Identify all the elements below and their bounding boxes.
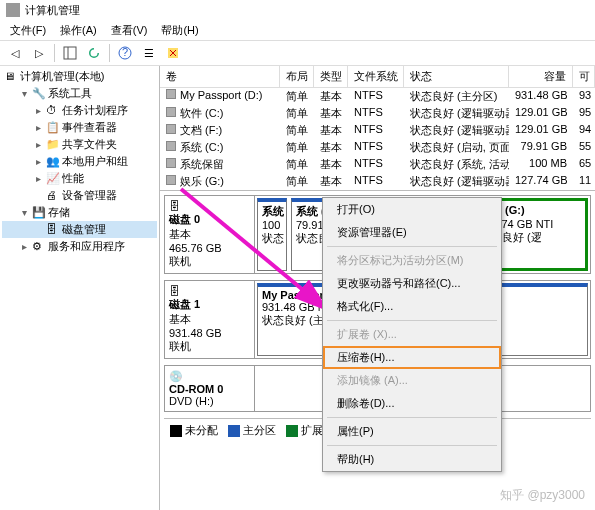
app-icon	[6, 3, 20, 17]
volume-row[interactable]: 系统保留简单基本NTFS状态良好 (系统, 活动, 主分区)100 MB65	[160, 156, 595, 173]
ctx-delete[interactable]: 删除卷(D)...	[323, 392, 501, 415]
volume-row[interactable]: 文档 (F:)简单基本NTFS状态良好 (逻辑驱动器)129.01 GB94	[160, 122, 595, 139]
nav-tree[interactable]: 🖥计算机管理(本地) ▾🔧系统工具 ▸⏱任务计划程序 ▸📋事件查看器 ▸📁共享文…	[0, 66, 160, 510]
volume-row[interactable]: My Passport (D:)简单基本NTFS状态良好 (主分区)931.48…	[160, 88, 595, 105]
window-title: 计算机管理	[25, 3, 80, 18]
cancel-icon[interactable]	[162, 43, 184, 63]
ctx-chgdrive[interactable]: 更改驱动器号和路径(C)...	[323, 272, 501, 295]
svg-rect-0	[64, 47, 76, 59]
tree-storage[interactable]: ▾💾存储	[2, 204, 157, 221]
ctx-markactive: 将分区标记为活动分区(M)	[323, 249, 501, 272]
cdrom-label: 💿 CD-ROM 0 DVD (H:)	[165, 366, 255, 411]
forward-icon[interactable]: ▷	[28, 43, 50, 63]
tree-users[interactable]: ▸👥本地用户和组	[2, 153, 157, 170]
refresh-icon[interactable]	[83, 43, 105, 63]
col-layout[interactable]: 布局	[280, 66, 314, 87]
ctx-shrink[interactable]: 压缩卷(H)...	[323, 346, 501, 369]
svg-line-7	[181, 189, 326, 309]
tree-svcapps[interactable]: ▸⚙服务和应用程序	[2, 238, 157, 255]
annotation-arrow	[176, 184, 346, 324]
watermark: 知乎 @pzy3000	[500, 487, 585, 504]
tree-devmgr[interactable]: 🖨设备管理器	[2, 187, 157, 204]
ctx-format[interactable]: 格式化(F)...	[323, 295, 501, 318]
menu-view[interactable]: 查看(V)	[105, 21, 154, 40]
col-fs[interactable]: 文件系统	[348, 66, 404, 87]
pane-icon[interactable]	[59, 43, 81, 63]
volume-list[interactable]: 卷 布局 类型 文件系统 状态 容量 可 My Passport (D:)简单基…	[160, 66, 595, 191]
volume-row[interactable]: 系统 (C:)简单基本NTFS状态良好 (启动, 页面文件, 故障转储, 主分区…	[160, 139, 595, 156]
tree-perf[interactable]: ▸📈性能	[2, 170, 157, 187]
col-volume[interactable]: 卷	[160, 66, 280, 87]
back-icon[interactable]: ◁	[4, 43, 26, 63]
col-cap[interactable]: 容量	[509, 66, 573, 87]
menubar: 文件(F) 操作(A) 查看(V) 帮助(H)	[0, 20, 595, 40]
tree-eventv[interactable]: ▸📋事件查看器	[2, 119, 157, 136]
col-avail[interactable]: 可	[573, 66, 595, 87]
ctx-mirror: 添加镜像 (A)...	[323, 369, 501, 392]
ctx-help[interactable]: 帮助(H)	[323, 448, 501, 471]
menu-file[interactable]: 文件(F)	[4, 21, 52, 40]
ctx-extend: 扩展卷 (X)...	[323, 323, 501, 346]
tree-diskmgmt[interactable]: 🗄磁盘管理	[2, 221, 157, 238]
menu-action[interactable]: 操作(A)	[54, 21, 103, 40]
menu-help[interactable]: 帮助(H)	[155, 21, 204, 40]
toolbar: ◁ ▷ ? ☰	[0, 40, 595, 66]
context-menu: 打开(O) 资源管理器(E) 将分区标记为活动分区(M) 更改驱动器号和路径(C…	[322, 197, 502, 472]
list-icon[interactable]: ☰	[138, 43, 160, 63]
col-status[interactable]: 状态	[404, 66, 509, 87]
tree-sched[interactable]: ▸⏱任务计划程序	[2, 102, 157, 119]
ctx-open[interactable]: 打开(O)	[323, 198, 501, 221]
tree-systools[interactable]: ▾🔧系统工具	[2, 85, 157, 102]
svg-text:?: ?	[122, 46, 128, 58]
tree-shared[interactable]: ▸📁共享文件夹	[2, 136, 157, 153]
ctx-prop[interactable]: 属性(P)	[323, 420, 501, 443]
help-icon[interactable]: ?	[114, 43, 136, 63]
titlebar: 计算机管理	[0, 0, 595, 20]
volume-list-header[interactable]: 卷 布局 类型 文件系统 状态 容量 可	[160, 66, 595, 88]
col-type[interactable]: 类型	[314, 66, 348, 87]
ctx-explorer[interactable]: 资源管理器(E)	[323, 221, 501, 244]
volume-row[interactable]: 软件 (C:)简单基本NTFS状态良好 (逻辑驱动器)129.01 GB95	[160, 105, 595, 122]
tree-root[interactable]: 🖥计算机管理(本地)	[2, 68, 157, 85]
